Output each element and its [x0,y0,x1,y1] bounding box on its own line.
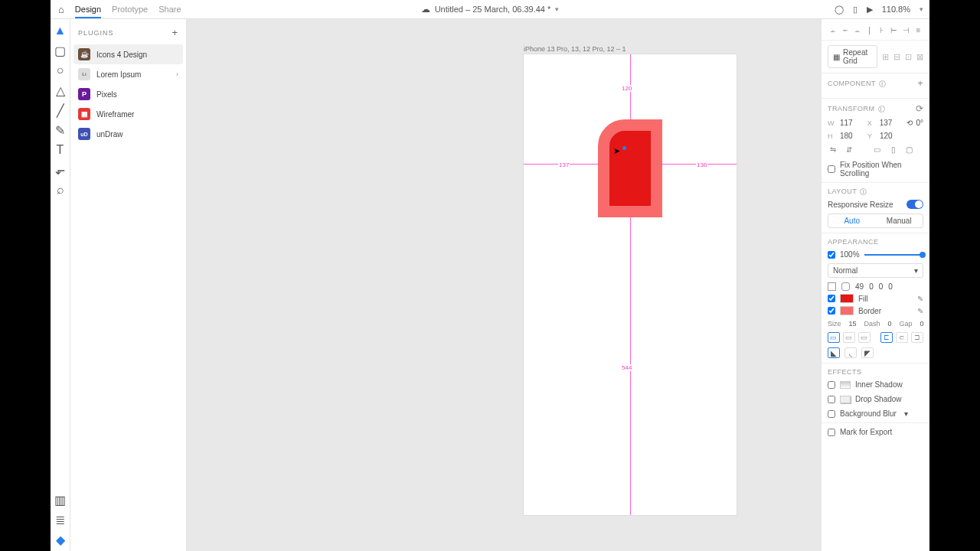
align-top-icon[interactable]: ⫠ [828,25,838,35]
corner-tr[interactable]: 0 [869,282,874,291]
opacity-checkbox[interactable] [828,251,835,259]
y-input[interactable]: 120 [880,132,903,140]
width-input[interactable]: 117 [840,119,863,127]
plugin-undraw[interactable]: uD unDraw [74,124,183,144]
pen-tool[interactable]: ✎ [55,125,66,135]
fix-position-checkbox[interactable] [828,165,835,173]
repeat-grid-button[interactable]: ▦ Repeat Grid [828,45,877,68]
export-checkbox[interactable] [828,429,835,436]
opacity-slider[interactable] [864,254,923,256]
rotation-input[interactable]: 0° [916,119,923,127]
layout-manual[interactable]: Manual [876,214,923,227]
align-to-pixel-icon[interactable]: ▭ [872,145,882,155]
device-preview-icon[interactable]: ▯ [853,5,858,15]
plugin-pexels[interactable]: P Pixels [74,84,183,104]
select-tool[interactable]: ▲ [55,25,66,36]
text-tool[interactable]: T [55,145,66,155]
line-tool[interactable]: ╱ [55,105,66,116]
stroke-inner-icon[interactable]: ▭ [828,332,840,343]
cap-round-icon[interactable]: ⊂ [896,332,908,343]
canvas[interactable]: iPhone 13 Pro, 13, 12 Pro, 12 – 1 120 13… [187,19,821,551]
align-vmid-icon[interactable]: ⫟ [840,25,850,35]
layout-auto[interactable]: Auto [828,214,876,227]
intersect-icon[interactable]: ⊡ [905,52,912,62]
subtract-icon[interactable]: ⊟ [893,52,900,62]
stroke-dash-input[interactable]: 0 [888,320,892,328]
border-checkbox[interactable] [828,307,835,315]
title-chevron-icon[interactable]: ▾ [555,5,559,13]
plugin-icon: P [78,88,90,100]
tab-prototype[interactable]: Prototype [112,5,148,14]
inner-shadow-checkbox[interactable] [828,381,835,389]
rotate-icon[interactable]: ⟲ [906,119,913,127]
align-to-pixel2-icon[interactable]: ▯ [888,145,898,155]
border-swatch[interactable] [840,306,854,315]
corner-br[interactable]: 0 [879,282,884,291]
triangle-tool[interactable]: △ [55,85,66,96]
opacity-value[interactable]: 100% [840,250,860,259]
artboard-tool[interactable]: ⬐ [55,165,66,175]
plugin-icons4design[interactable]: ☕ Icons 4 Design [74,44,183,64]
play-icon[interactable]: ▶ [867,5,873,15]
eyedropper-icon[interactable]: ✎ [917,295,923,303]
blur-chevron-icon[interactable]: ▾ [904,409,908,418]
drop-shadow-checkbox[interactable] [828,396,835,403]
add-component-icon[interactable]: + [917,78,923,89]
stroke-center-icon[interactable]: ▭ [843,332,855,343]
3d-icon[interactable]: ⟳ [916,103,924,114]
tab-share[interactable]: Share [158,5,181,14]
eyedropper-icon[interactable]: ✎ [917,307,923,315]
plugin-wireframer[interactable]: ▦ Wireframer [74,104,183,124]
align-to-pixel3-icon[interactable]: ▢ [904,145,914,155]
rectangle-tool[interactable]: ▢ [55,45,66,56]
selected-shape[interactable] [598,119,662,217]
align-hmid-icon[interactable]: ⊢ [889,25,899,35]
layers-icon[interactable]: ≣ [55,514,66,525]
info-icon[interactable]: i [860,188,867,195]
cap-square-icon[interactable]: ⊐ [911,332,923,343]
stroke-outer-icon[interactable]: ▭ [858,332,871,343]
info-icon[interactable]: i [878,106,885,112]
zoom-value[interactable]: 110.8% [882,5,910,14]
info-icon[interactable]: i [879,80,886,87]
ellipse-tool[interactable]: ○ [55,65,66,76]
flip-h-icon[interactable]: ⇋ [828,145,838,155]
corner-independent-icon[interactable] [841,282,850,291]
cap-butt-icon[interactable]: ⊏ [880,332,893,343]
x-input[interactable]: 137 [880,119,903,127]
user-icon[interactable]: ◯ [835,5,844,15]
flip-v-icon[interactable]: ⇵ [844,145,854,155]
add-boolean-icon[interactable]: ⊞ [882,52,889,62]
responsive-toggle[interactable] [906,200,923,209]
fill-checkbox[interactable] [828,295,835,302]
distribute-v-icon[interactable]: | [864,25,874,35]
fill-swatch[interactable] [840,294,854,303]
blend-mode-select[interactable]: Normal▾ [828,263,923,278]
bg-blur-checkbox[interactable] [828,410,835,418]
assets-icon[interactable]: ▥ [55,494,66,505]
plugins-icon[interactable]: ◆ [55,534,66,545]
stroke-gap-input[interactable]: 0 [920,320,924,328]
artboard-name[interactable]: iPhone 13 Pro, 13, 12 Pro, 12 – 1 [524,45,626,53]
corner-tl[interactable]: 49 [855,282,864,291]
join-bevel-icon[interactable]: ◤ [861,347,874,358]
align-bottom-icon[interactable]: ⫠ [852,25,862,35]
distribute-h-icon[interactable]: ≡ [913,25,923,35]
tab-design[interactable]: Design [75,5,101,18]
exclude-icon[interactable]: ⊠ [916,52,923,62]
height-input[interactable]: 180 [840,132,863,140]
zoom-tool[interactable]: ⌕ [55,184,66,195]
corner-same-icon[interactable] [828,282,836,291]
document-title[interactable]: Untitled – 25 March, 06.39.44 * [435,5,551,14]
align-left-icon[interactable]: ⊦ [877,25,887,35]
home-icon[interactable]: ⌂ [58,4,64,15]
artboard[interactable]: 120 137 136 544 ➤ [524,54,737,515]
plugin-lorem[interactable]: Li Lorem Ipsum › [74,64,183,84]
align-right-icon[interactable]: ⊣ [901,25,911,35]
stroke-size-input[interactable]: 15 [849,320,857,328]
join-round-icon[interactable]: ◟ [844,347,857,358]
join-miter-icon[interactable]: ◣ [828,347,840,358]
corner-bl[interactable]: 0 [888,282,893,291]
add-plugin-button[interactable]: + [172,27,178,38]
zoom-chevron-icon[interactable]: ▾ [920,5,923,13]
